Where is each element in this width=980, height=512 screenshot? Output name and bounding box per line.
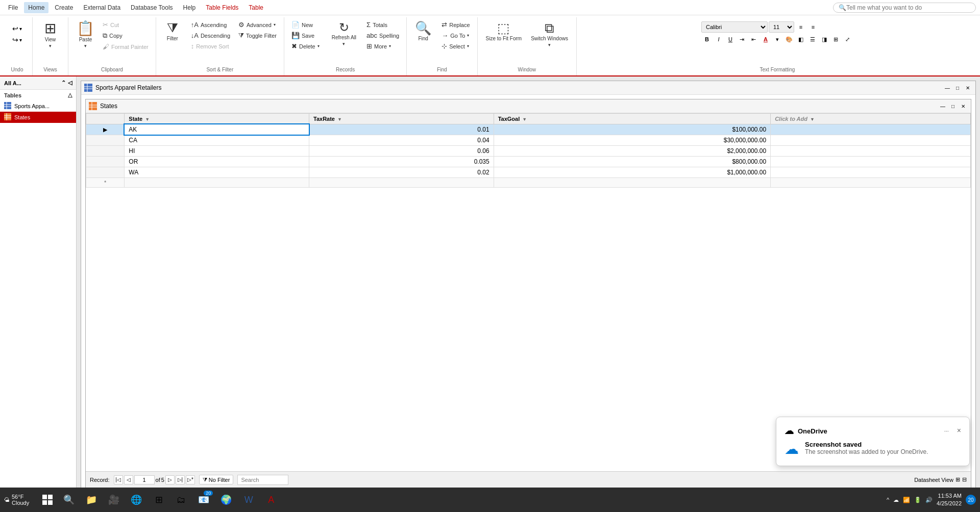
cell-empty-or[interactable] [771, 157, 971, 167]
cell-state-ak[interactable] [125, 124, 309, 135]
size-to-fit-button[interactable]: ⬚ Size to Fit Form [482, 19, 526, 43]
fill-color-button[interactable]: 🎨 [783, 34, 795, 45]
video-taskbar-button[interactable]: 🎥 [104, 490, 124, 510]
refresh-all-button[interactable]: ↻ Refresh All ▾ [328, 19, 360, 48]
col-taxgoal-header[interactable]: TaxGoal ▼ [494, 114, 771, 124]
cell-taxgoal-ak[interactable]: $100,000.00 [494, 124, 771, 135]
underline-button[interactable]: U [725, 34, 736, 45]
align-center-button[interactable]: ☰ [807, 34, 818, 45]
access-taskbar-button[interactable]: A [261, 490, 281, 510]
cell-taxgoal-hi[interactable]: $2,000,000.00 [494, 146, 771, 157]
cell-state-wa[interactable]: WA [125, 167, 309, 178]
goto-button[interactable]: → Go To ▾ [438, 30, 473, 41]
notification-badge[interactable]: 20 [966, 495, 976, 505]
wifi-icon[interactable]: 📶 [903, 497, 910, 503]
spelling-button[interactable]: abc Spelling [363, 30, 402, 41]
menu-database-tools[interactable]: Database Tools [127, 2, 177, 13]
cut-button[interactable]: ✂ Cut [100, 19, 152, 30]
indent-button[interactable]: ⇥ [737, 34, 748, 45]
undo-button[interactable]: ↩ ▾ [10, 23, 24, 34]
align-left-button[interactable]: ◧ [795, 34, 806, 45]
next-record-button[interactable]: ▷ [165, 475, 175, 484]
menu-home[interactable]: Home [24, 2, 48, 13]
outer-minimize-button[interactable]: — [943, 83, 952, 92]
outer-close-button[interactable]: ✕ [963, 83, 972, 92]
menu-create[interactable]: Create [51, 2, 77, 13]
new-record-row[interactable]: * [86, 178, 971, 188]
font-color-button[interactable]: A [760, 34, 771, 45]
menu-file[interactable]: File [4, 2, 22, 13]
nav-item-sports-apparel[interactable]: Sports Appa... [0, 100, 76, 112]
new-record-nav-button[interactable]: ▷* [186, 475, 195, 484]
cell-state-ca[interactable]: CA [125, 135, 309, 146]
start-button[interactable] [37, 490, 58, 510]
cell-state-ak-input[interactable] [125, 124, 309, 135]
outer-maximize-button[interactable]: □ [953, 83, 962, 92]
nav-item-states[interactable]: States [0, 112, 76, 123]
toggle-filter-button[interactable]: ⧩ Toggle Filter [235, 30, 280, 41]
delete-button[interactable]: ✖ Delete ▾ [288, 41, 323, 52]
last-record-button[interactable]: ▷| [176, 475, 185, 484]
cell-new-empty[interactable] [771, 178, 971, 188]
highlight-button[interactable]: ▾ [772, 34, 783, 45]
copy-button[interactable]: ⧉ Copy [100, 30, 152, 41]
col-taxrate-header[interactable]: TaxRate ▼ [309, 114, 494, 124]
format-painter-button[interactable]: 🖌 Format Painter [100, 41, 152, 52]
folder-taskbar-button[interactable]: 🗂 [171, 490, 191, 510]
save-button[interactable]: 💾 Save [288, 30, 323, 41]
gridlines-button[interactable]: ⊞ [830, 34, 842, 45]
battery-icon[interactable]: 🔋 [914, 497, 921, 503]
layout-view-icon[interactable]: ⊟ [962, 476, 967, 483]
cell-taxrate-or[interactable]: 0.035 [309, 157, 494, 167]
translate-taskbar-button[interactable]: 🌍 [216, 490, 236, 510]
datasheet-view-icon[interactable]: ⊞ [955, 476, 960, 483]
cell-taxrate-hi[interactable]: 0.06 [309, 146, 494, 157]
totals-button[interactable]: Σ Totals [363, 19, 402, 30]
table-row[interactable]: HI 0.06 $2,000,000.00 [86, 146, 971, 157]
nav-pin-icon[interactable]: ◁ [68, 80, 72, 86]
menu-external-data[interactable]: External Data [79, 2, 125, 13]
table-row[interactable]: ▶ 0.01 $100,000.00 [86, 124, 971, 135]
toast-options-button[interactable]: ··· [940, 426, 953, 436]
remove-sort-button[interactable]: ↕ Remove Sort [188, 41, 233, 52]
search-input[interactable] [846, 4, 969, 11]
cell-taxrate-ca[interactable]: 0.04 [309, 135, 494, 146]
mail-taskbar-button[interactable]: 📧 20 [193, 490, 214, 510]
toast-close-button[interactable]: × [957, 426, 961, 436]
find-button[interactable]: 🔍 Find [411, 19, 435, 43]
search-bar-input[interactable] [237, 475, 288, 485]
cell-taxgoal-ca[interactable]: $30,000,000.00 [494, 135, 771, 146]
first-record-button[interactable]: |◁ [114, 475, 123, 484]
cell-new-state[interactable] [125, 178, 309, 188]
chrome-taskbar-button[interactable]: 🌐 [126, 490, 146, 510]
cell-taxrate-ak[interactable]: 0.01 [309, 124, 494, 135]
filter-button[interactable]: ⧩ Filter [160, 19, 185, 43]
onedrive-taskbar-icon[interactable]: ☁ [893, 497, 899, 503]
menu-help[interactable]: Help [179, 2, 200, 13]
align-right-button[interactable]: ◨ [819, 34, 830, 45]
cell-empty-ca[interactable] [771, 135, 971, 146]
word-taskbar-button[interactable]: W [238, 490, 259, 510]
cell-taxgoal-or[interactable]: $800,000.00 [494, 157, 771, 167]
filter-status-button[interactable]: ⧩ No Filter [199, 475, 234, 484]
paste-button[interactable]: 📋 Paste ▾ [72, 19, 99, 50]
col-click-to-add-header[interactable]: Click to Add ▼ [771, 114, 971, 124]
nav-tables-collapse-icon[interactable]: △ [68, 92, 72, 98]
bold-button[interactable]: B [701, 34, 713, 45]
cell-empty-wa[interactable] [771, 167, 971, 178]
table-row[interactable]: WA 0.02 $1,000,000.00 [86, 167, 971, 178]
more-button[interactable]: ⊞ More ▾ [363, 41, 402, 52]
menu-table-fields[interactable]: Table Fields [202, 2, 242, 13]
weather-widget[interactable]: 🌤 56°F Cloudy [4, 494, 29, 506]
cell-taxrate-wa[interactable]: 0.02 [309, 167, 494, 178]
cell-new-taxrate[interactable] [309, 178, 494, 188]
tiles-taskbar-button[interactable]: ⊞ [149, 490, 169, 510]
table-row[interactable]: OR 0.035 $800,000.00 [86, 157, 971, 167]
inner-maximize-button[interactable]: □ [948, 101, 958, 111]
search-taskbar-button[interactable]: 🔍 [59, 490, 79, 510]
record-number-input[interactable] [134, 475, 155, 484]
outdent-button[interactable]: ⇤ [748, 34, 760, 45]
switch-windows-button[interactable]: ⧉ Switch Windows ▾ [527, 19, 572, 49]
chevron-up-icon[interactable]: ^ [887, 497, 889, 503]
replace-button[interactable]: ⇄ Replace [438, 19, 473, 30]
